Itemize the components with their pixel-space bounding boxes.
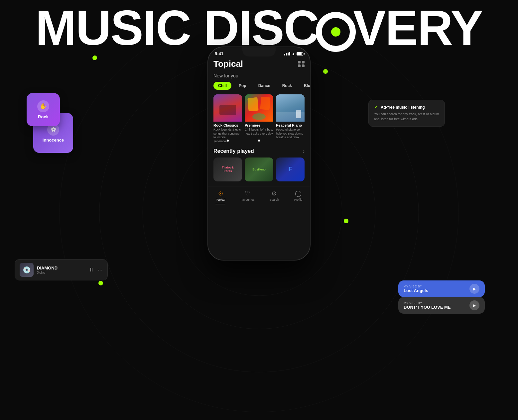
now-playing-artist: Xcho xyxy=(37,270,85,274)
nav-favourites[interactable]: ♡ Favourites xyxy=(240,190,254,204)
recent-card-2[interactable]: BuуKеnо xyxy=(245,158,273,181)
innocence-label: Innocence xyxy=(43,138,64,143)
wifi-icon: ▲ xyxy=(292,52,295,56)
recent-img-1: Tilatov&Karas xyxy=(213,158,242,181)
vibe-info-2: My vibe by DONT'T YOU LOVE ME xyxy=(404,301,451,310)
recently-header: Recently played › xyxy=(213,148,305,154)
now-playing-bar: 💿 DIAMOND Xcho ⏸ ⋯ xyxy=(15,259,108,280)
arrow-right-icon[interactable]: › xyxy=(303,149,305,154)
signal-bar-3 xyxy=(288,52,289,55)
topical-nav-label: Topical xyxy=(216,198,225,201)
card-piano[interactable]: Peaceful Piano Peaceful piano yo help yo… xyxy=(276,94,305,144)
genre-cards-container: ✋ Rock ✿ Innocence xyxy=(27,93,60,126)
recently-row: Tilatov&Karas BuуKеnо F xyxy=(213,158,305,181)
card-piano-title: Peaceful Piano xyxy=(276,123,305,127)
vibe-info-1: My vibe by Lost Angels xyxy=(404,285,428,293)
pill-blues[interactable]: Blues xyxy=(299,82,311,90)
pill-pop[interactable]: Pop xyxy=(234,82,251,90)
signal-bar-1 xyxy=(284,54,285,55)
now-playing-thumb: 💿 xyxy=(20,263,34,277)
search-nav-label: Search xyxy=(269,198,279,201)
phone-notch xyxy=(242,47,276,56)
signal-bars xyxy=(284,52,290,55)
battery-icon xyxy=(297,52,303,55)
tooltip-desc: You can search for any track, artist or … xyxy=(374,112,439,122)
deco-dot-4 xyxy=(344,219,348,223)
nav-topical[interactable]: ⊙ Topical xyxy=(215,190,225,204)
rock-icon: ✋ xyxy=(37,100,49,112)
phone-mockup: 9:41 ▲ Topical xyxy=(207,47,311,261)
card-dot-2 xyxy=(258,140,260,142)
vibe-play-1[interactable]: ▶ xyxy=(469,284,479,294)
card-premiere-img xyxy=(245,94,273,122)
tooltip-card: ✓ Ad-free music listening You can search… xyxy=(368,100,445,127)
grid-dot-2 xyxy=(302,61,305,63)
deco-dot-1 xyxy=(92,55,97,60)
card-rock-img xyxy=(213,94,242,122)
now-playing-info: DIAMOND Xcho xyxy=(37,265,85,274)
favourites-nav-icon: ♡ xyxy=(245,190,250,197)
recent-card-1[interactable]: Tilatov&Karas xyxy=(213,158,242,181)
topical-header: Topical xyxy=(213,59,305,69)
genre-card-rock[interactable]: ✋ Rock xyxy=(27,93,60,126)
deco-dot-5 xyxy=(98,281,103,285)
grid-dot-3 xyxy=(298,64,301,67)
pill-rock[interactable]: Rock xyxy=(278,82,297,90)
card-premiere-title: Premiere xyxy=(245,123,273,127)
vibe-track-2: DONT'T YOU LOVE ME xyxy=(404,305,451,310)
screen-title: Topical xyxy=(213,59,243,69)
rock-label: Rock xyxy=(38,114,49,119)
vibe-play-2[interactable]: ▶ xyxy=(469,300,479,310)
card-rock-title: Rock Classics xyxy=(213,123,242,127)
vibe-track-1: Lost Angels xyxy=(404,288,428,293)
recent-card-3[interactable]: F xyxy=(276,158,305,181)
main-title: MUSIC DISCVERY xyxy=(0,0,518,52)
grid-dot-4 xyxy=(302,64,305,67)
recently-title: Recently played xyxy=(213,148,254,154)
recent-img-2: BuуKеnо xyxy=(245,158,273,181)
card-rock-classics[interactable]: Rock Classics Rock legends & epic songs … xyxy=(213,94,242,144)
status-icons: ▲ xyxy=(284,52,303,56)
status-time: 9:41 xyxy=(215,51,223,56)
card-premiere-desc: Chill beats, lofi vibes, new tracks ever… xyxy=(245,128,273,136)
bottom-nav: ⊙ Topical ♡ Favourites ⊘ Search ◯ Profil… xyxy=(208,186,310,210)
nav-search[interactable]: ⊘ Search xyxy=(269,190,279,204)
signal-bar-4 xyxy=(289,52,290,55)
card-premiere[interactable]: Premiere Chill beats, lofi vibes, new tr… xyxy=(245,94,273,144)
favourites-nav-label: Favourites xyxy=(240,198,254,201)
nav-profile[interactable]: ◯ Profile xyxy=(294,190,303,204)
recent-img-3: F xyxy=(276,158,305,181)
card-piano-img xyxy=(276,94,305,122)
phone-screen: 9:41 ▲ Topical xyxy=(208,47,310,260)
deco-dot-2 xyxy=(323,69,328,74)
topical-nav-icon: ⊙ xyxy=(218,190,223,197)
grid-dot-1 xyxy=(298,61,301,63)
pause-button[interactable]: ⏸ xyxy=(89,267,94,273)
new-for-you-label: New for you xyxy=(213,73,305,78)
nav-active-indicator xyxy=(215,204,225,204)
vibe-card-dont-love-me[interactable]: My vibe by DONT'T YOU LOVE ME ▶ xyxy=(398,297,485,314)
battery-fill xyxy=(297,52,302,55)
now-playing-controls: ⏸ ⋯ xyxy=(89,267,103,273)
more-options-button[interactable]: ⋯ xyxy=(97,267,103,273)
vibe-card-lost-angels[interactable]: My vibe by Lost Angels ▶ xyxy=(398,280,485,297)
signal-bar-2 xyxy=(286,53,287,55)
vibe-label-2: My vibe by xyxy=(404,301,451,305)
vibe-label-1: My vibe by xyxy=(404,285,428,288)
phone-body: 9:41 ▲ Topical xyxy=(207,47,311,261)
screen-content: Topical New for you Chill Pop Dance Rock… xyxy=(208,56,310,181)
tooltip-title: ✓ Ad-free music listening xyxy=(374,105,439,110)
music-cards-row: Rock Classics Rock legends & epic songs … xyxy=(213,94,305,144)
search-nav-icon: ⊘ xyxy=(272,190,277,197)
pill-dance[interactable]: Dance xyxy=(254,82,275,90)
pill-chill[interactable]: Chill xyxy=(213,82,231,90)
card-dot xyxy=(227,140,229,142)
card-piano-desc: Peaceful piano yo help you slow down, br… xyxy=(276,128,305,140)
grid-icon[interactable] xyxy=(298,61,305,67)
tooltip-title-text: Ad-free music listening xyxy=(381,105,425,110)
profile-nav-icon: ◯ xyxy=(295,190,302,197)
check-icon: ✓ xyxy=(374,105,378,110)
genre-pills: Chill Pop Dance Rock Blues xyxy=(213,82,305,90)
profile-nav-label: Profile xyxy=(294,198,303,201)
now-playing-title: DIAMOND xyxy=(37,265,85,270)
